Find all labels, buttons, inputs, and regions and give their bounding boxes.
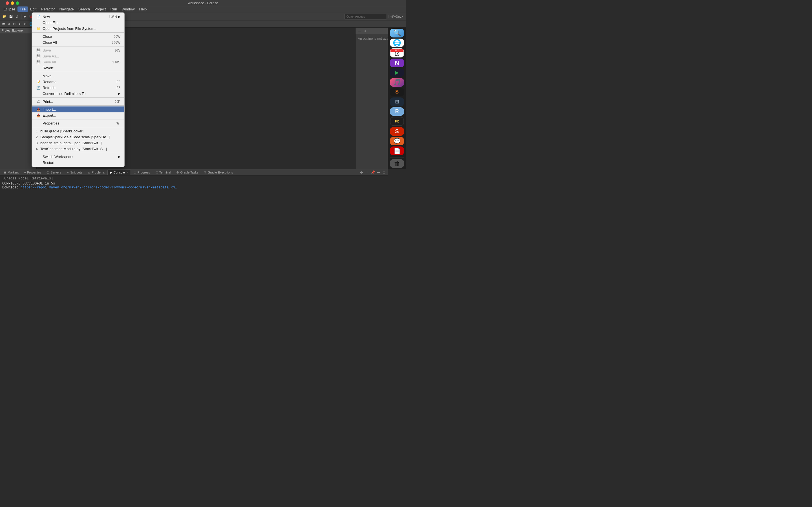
tab-problems-label: Problems <box>92 171 105 174</box>
dock-icon-rstudio[interactable]: R <box>390 107 404 116</box>
dock-icon-music[interactable]: 🎵 <box>390 78 404 87</box>
print-label: Print... <box>43 100 112 104</box>
tab-gradle-exec[interactable]: ⚙ Gradle Executions <box>201 170 236 175</box>
close-button[interactable] <box>6 1 9 5</box>
tab-gradle-tasks[interactable]: ⚙ Gradle Tasks <box>174 170 201 175</box>
menu-item-project[interactable]: Project <box>92 6 108 12</box>
switch-workspace-arrow: ▶ <box>118 155 120 159</box>
project-explorer-header: Project Explorer <box>0 27 36 33</box>
dock-icon-spark[interactable]: 💬 <box>390 137 404 146</box>
menu-item-navigate[interactable]: Navigate <box>57 6 76 12</box>
menu-item-file[interactable]: File <box>17 6 28 12</box>
outline-maximize-btn[interactable]: □ <box>362 29 367 34</box>
dock-icon-finder[interactable]: 🔍 <box>390 29 404 38</box>
console-maximize-btn[interactable]: □ <box>382 170 387 175</box>
tab-problems[interactable]: ⚠ Problems <box>85 170 107 175</box>
minimize-button[interactable] <box>11 1 14 5</box>
console-clear-btn[interactable]: ⊘ <box>359 170 364 175</box>
menu-save-all[interactable]: 💾 Save All ⇧⌘S <box>32 59 124 65</box>
menu-convert-line[interactable]: Convert Line Delimiters To ▶ <box>32 91 124 97</box>
menu-save-as[interactable]: 💾 Save As... <box>32 53 124 59</box>
menu-rename[interactable]: 📝 Rename... F2 <box>32 79 124 85</box>
menu-item-search[interactable]: Search <box>76 6 92 12</box>
menu-revert[interactable]: Revert <box>32 65 124 71</box>
tab-gradle-exec-label: Gradle Executions <box>207 171 233 174</box>
toolbar2-btn1[interactable]: ⇄ <box>1 21 6 27</box>
menu-save[interactable]: 💾 Save ⌘S <box>32 47 124 53</box>
recent-item-2[interactable]: 2 SampleSparkScalaCode.scala [SparkDo...… <box>32 134 124 140</box>
menu-item-eclipse[interactable]: Eclipse <box>1 6 17 12</box>
menu-item-window[interactable]: Window <box>119 6 137 12</box>
menu-item-help[interactable]: Help <box>137 6 149 12</box>
revert-label: Revert <box>43 66 120 70</box>
save-all-icon: 💾 <box>36 60 41 64</box>
menu-item-refactor[interactable]: Refactor <box>39 6 57 12</box>
menu-move[interactable]: Move... <box>32 73 124 79</box>
toolbar-new-btn[interactable]: 📁 <box>1 13 7 20</box>
tab-servers[interactable]: ⬡ Servers <box>44 170 64 175</box>
menu-close[interactable]: Close ⌘W <box>32 34 124 40</box>
recent-item-3[interactable]: 3 bearish_train_data_.json [StockTwit...… <box>32 140 124 146</box>
dock-icon-calendar[interactable]: APR 19 <box>390 48 404 57</box>
menu-refresh[interactable]: 🔄 Refresh F5 <box>32 85 124 91</box>
menu-close-all[interactable]: Close All ⇧⌘W <box>32 40 124 45</box>
save-shortcut: ⌘S <box>115 48 120 52</box>
menu-print[interactable]: 🖨 Print... ⌘P <box>32 99 124 105</box>
toolbar2-btn2[interactable]: ↺ <box>6 21 11 27</box>
tab-terminal[interactable]: ▢ Terminal <box>153 170 174 175</box>
dock-icon-soundboard[interactable]: ▶ <box>390 68 404 77</box>
dock-icon-pycharm[interactable]: PC <box>390 117 404 126</box>
console-minimize-btn[interactable]: — <box>376 170 381 175</box>
pdf-icon: 📄 <box>394 148 401 154</box>
maximize-button[interactable] <box>16 1 19 5</box>
quick-access-input[interactable] <box>345 14 387 19</box>
finder-icon: 🔍 <box>393 29 401 37</box>
menu-open-projects[interactable]: 📁 Open Projects from File System... <box>32 25 124 32</box>
refresh-shortcut: F5 <box>116 86 120 90</box>
menu-new[interactable]: 📄 New ⇧⌘N ▶ <box>32 14 124 20</box>
toolbar2-btn3[interactable]: ⊞ <box>12 21 17 27</box>
console-close-icon[interactable]: ✕ <box>126 171 128 174</box>
title-bar: workspace - Eclipse <box>0 0 406 6</box>
dock-icon-tower[interactable]: ⊞ <box>390 98 404 106</box>
download-link[interactable]: https://repo1.maven.org/maven2/commons-c… <box>20 186 177 189</box>
dock-icon-pdf[interactable]: 📄 <box>390 147 404 155</box>
menu-bar: Eclipse File Edit Refactor Navigate Sear… <box>0 6 406 12</box>
menu-properties[interactable]: Properties ⌘I <box>32 120 124 126</box>
menu-export[interactable]: 📤 Export... <box>32 112 124 118</box>
dock-icon-chrome[interactable]: 🌐 <box>390 39 404 47</box>
toolbar-print-btn[interactable]: 🖨 <box>15 13 20 20</box>
tab-properties[interactable]: ≡ Properties <box>22 170 44 175</box>
outline-minimize-btn[interactable]: — <box>357 29 362 34</box>
menu-item-edit[interactable]: Edit <box>28 6 39 12</box>
recent-item-1[interactable]: 1 build.gradle [SparkDocker] <box>32 128 124 134</box>
menu-item-run[interactable]: Run <box>108 6 119 12</box>
menu-import[interactable]: 📥 Import... <box>32 107 124 112</box>
tab-console-label: Console <box>113 171 124 174</box>
tab-console[interactable]: ▶ Console ✕ <box>107 170 131 175</box>
properties-menu-label: Properties <box>43 121 113 125</box>
tab-markers[interactable]: ◉ Markers <box>1 170 21 175</box>
recent-item-4[interactable]: 4 TestSentimentModule.py [StockTwit_S...… <box>32 146 124 152</box>
menu-open-file[interactable]: Open File... <box>32 20 124 25</box>
menu-restart[interactable]: Restart <box>32 160 124 166</box>
tab-snippets[interactable]: ✂ Snippets <box>64 170 85 175</box>
refresh-icon: 🔄 <box>36 86 41 90</box>
dock-icon-trash[interactable]: 🗑 <box>390 159 404 168</box>
properties-menu-icon <box>36 121 41 125</box>
toolbar-run-btn[interactable]: ▶ <box>22 13 27 20</box>
console-line2: Download https://repo1.maven.org/maven2/… <box>2 186 386 189</box>
dock-icon-spyder[interactable]: S <box>390 127 404 136</box>
console-content: [Gradle Model Retrievals] CONFIGURE SUCC… <box>0 175 388 253</box>
dock-icon-onenote[interactable]: N <box>390 59 404 67</box>
tab-progress[interactable]: ◌ Progress <box>131 170 153 175</box>
download-label: Download <box>2 186 20 189</box>
menu-switch-workspace[interactable]: Switch Workspace ▶ <box>32 154 124 160</box>
toolbar2-btn4[interactable]: ★ <box>17 21 22 27</box>
console-pin-btn[interactable]: 📌 <box>370 170 375 175</box>
console-line1: CONFIGURE SUCCESSFUL in 5s <box>2 182 386 186</box>
toolbar-save-btn[interactable]: 💾 <box>8 13 14 20</box>
dock-icon-sublime[interactable]: S <box>390 88 404 97</box>
toolbar2-btn5[interactable]: ⊕ <box>23 21 28 27</box>
console-scroll-btn[interactable]: ↓ <box>364 170 370 175</box>
